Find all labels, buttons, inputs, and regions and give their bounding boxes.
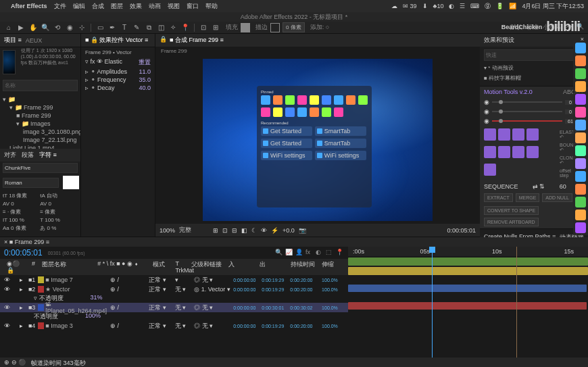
playhead[interactable] xyxy=(432,247,433,367)
timeline-track-area[interactable]: :00s 05s 10s 15s xyxy=(348,247,588,367)
stroke-w[interactable]: ≡ · 像素 xyxy=(3,208,39,216)
menu-help[interactable]: 帮助 xyxy=(205,2,218,11)
dock-app[interactable] xyxy=(575,120,586,130)
convert-shape-button[interactable]: CONVERT TO SHAPE xyxy=(484,206,539,215)
home-icon[interactable]: ⌂ xyxy=(4,23,14,32)
shy-icon[interactable]: 👤 xyxy=(295,249,303,257)
work-area-marker[interactable] xyxy=(516,247,517,367)
status-club[interactable]: ♣10 xyxy=(433,3,444,9)
status-g[interactable]: ⓖ xyxy=(485,2,491,11)
preset-item[interactable]: ■ 科技字幕框帽 xyxy=(484,73,584,83)
slider-3[interactable]: ◉61⊕ xyxy=(480,116,588,126)
status-datetime[interactable]: 4月6日 周三 下午12:53 xyxy=(522,2,584,11)
font-size[interactable]: tT 18 像素 xyxy=(3,192,39,199)
align-tab[interactable]: 对齐 xyxy=(4,151,16,160)
project-search[interactable]: 名称 xyxy=(3,80,78,91)
effect-amplitude[interactable]: ▹ ⚬ Amplitudes11.0 xyxy=(81,68,155,76)
presets-search[interactable]: 快速 xyxy=(484,49,584,61)
status-msg[interactable]: ✉ 39 xyxy=(403,3,417,9)
anchor-tool[interactable]: ⊹ xyxy=(77,23,87,32)
brush-tool[interactable]: ✎ xyxy=(132,23,141,32)
leading[interactable]: tA 自动 xyxy=(40,192,76,199)
shape-tool[interactable]: ▭ xyxy=(95,23,105,32)
viewer-canvas[interactable]: Pinned Recommended Get Started SmartTab … xyxy=(155,55,480,224)
dock-app[interactable] xyxy=(575,68,586,79)
tsume[interactable]: あ 0 % xyxy=(40,224,76,232)
layer-bar-1[interactable] xyxy=(348,258,588,266)
region-icon[interactable]: 👁 xyxy=(261,227,267,234)
dock-app[interactable] xyxy=(575,94,586,105)
remove-artboard-button[interactable]: REMOVE ARTBOARD xyxy=(484,218,539,226)
clone-tool[interactable]: ⧉ xyxy=(144,23,153,32)
transparency-icon[interactable]: ☾ xyxy=(251,227,257,234)
paragraph-tab[interactable]: 段落 xyxy=(22,151,34,160)
menu-edit[interactable]: 编辑 xyxy=(73,2,85,11)
snapshot-icon[interactable]: 📷 xyxy=(299,227,306,234)
current-time[interactable]: 0:00:05:01 xyxy=(447,227,476,234)
menu-anim[interactable]: 动画 xyxy=(149,2,161,11)
viewer-breadcrumb[interactable]: Frame 299 xyxy=(155,47,480,55)
text-tool[interactable]: T xyxy=(120,23,129,32)
viewer-lock[interactable]: 🔒 xyxy=(160,36,167,45)
zoom-dropdown[interactable]: 100% xyxy=(160,227,175,234)
stroke-width[interactable]: 0 像素 xyxy=(283,22,305,32)
menu-effect[interactable]: 效果 xyxy=(130,2,142,11)
extract-button[interactable]: EXTRACT xyxy=(484,193,513,202)
selection-tool[interactable]: ▶ xyxy=(16,23,26,32)
dock-app[interactable] xyxy=(575,43,586,53)
hand-tool[interactable]: ✋ xyxy=(28,23,38,32)
menu-comp[interactable]: 合成 xyxy=(92,2,104,11)
slider-1[interactable]: ◉0⊕ xyxy=(480,97,588,107)
effect-frequency[interactable]: ▹ ⚬ Frequency35.0 xyxy=(81,76,155,84)
seq-val[interactable]: 60 xyxy=(560,183,566,190)
channel-icon[interactable]: ◧ xyxy=(241,227,247,234)
hscale[interactable]: T 100 % xyxy=(40,217,76,223)
tree-image[interactable]: image 3_20.1080.png xyxy=(3,128,78,136)
timeline-layer-row[interactable]: 👁▸■2★ Vector⊕ /正常 ▾无 ▾◎ 1. Vector ▾0:00:… xyxy=(0,285,348,294)
preset-folder[interactable]: ▾ * 动画预设 xyxy=(484,63,584,73)
font-family[interactable]: ChunkFive xyxy=(3,163,78,173)
status-moon[interactable]: ◐ xyxy=(449,3,454,9)
fill-swatch[interactable] xyxy=(241,23,250,32)
effects-tab[interactable]: ■ 🔒 效果控件 Vector ≡ xyxy=(85,36,148,45)
baseline[interactable]: Aa 0 像素 xyxy=(3,224,39,232)
dock-app[interactable] xyxy=(575,132,586,143)
dock-app[interactable] xyxy=(575,107,586,118)
tree-folder[interactable]: ▾ 📁 Images xyxy=(3,120,78,128)
dock-app[interactable] xyxy=(575,184,586,195)
app-name[interactable]: After Effects xyxy=(11,3,47,9)
aeux-tab[interactable]: AEUX xyxy=(26,37,43,44)
viewer-comp-tab[interactable]: ■ 合成 Frame 299 ≡ xyxy=(170,36,224,45)
zoom-tool[interactable]: 🔍 xyxy=(41,23,50,32)
marker-icon[interactable]: 📍 xyxy=(336,249,344,257)
search-icon[interactable]: 🔍 xyxy=(275,249,283,257)
menu-window[interactable]: 窗口 xyxy=(187,2,199,11)
status-wifi[interactable]: 📶 xyxy=(509,3,516,9)
dock-app[interactable] xyxy=(575,145,586,156)
status-batt[interactable]: 🔋 xyxy=(496,3,504,9)
tracking[interactable]: AV 0 xyxy=(40,201,76,207)
3d-icon[interactable]: ⬚ xyxy=(326,249,334,257)
stroke-h[interactable]: ≡ 像素 xyxy=(40,208,76,216)
grid-icon[interactable]: ⊞ xyxy=(213,227,218,234)
menu-file[interactable]: 文件 xyxy=(54,2,66,11)
effect-elastic[interactable]: ▿ fx 👁 Elastic重置 xyxy=(81,57,155,68)
tree-comp[interactable]: ■ Frame 299 xyxy=(3,112,78,120)
status-cloud[interactable]: ☁ xyxy=(391,3,397,9)
effect-decay[interactable]: ▹ ⚬ Decay40.0 xyxy=(81,84,155,92)
character-tab[interactable]: 字符 ≡ xyxy=(39,151,57,160)
dock-app[interactable] xyxy=(575,158,586,169)
snap-icon[interactable]: ⊡ xyxy=(199,23,208,32)
timecode-display[interactable]: 0:00:05:01 00301 (60.00 fps) 🔍 📈 👤 fx ◐ … xyxy=(0,247,348,259)
kerning[interactable]: AV 0 xyxy=(3,201,39,207)
add-null-button[interactable]: ADD NULL xyxy=(542,193,572,202)
dock-app[interactable] xyxy=(575,81,586,92)
tree-image[interactable]: Image 7_22.13l.png xyxy=(3,136,78,144)
eraser-tool[interactable]: ◫ xyxy=(156,23,166,32)
add-label[interactable]: 添加: ○ xyxy=(310,23,329,32)
rotate-tool[interactable]: ◉ xyxy=(65,23,74,32)
font-style[interactable]: Roman xyxy=(3,178,59,188)
orbit-tool[interactable]: ⟲ xyxy=(53,23,62,32)
stroke-swatch[interactable] xyxy=(270,23,280,32)
layer-bar-2[interactable] xyxy=(348,267,588,275)
